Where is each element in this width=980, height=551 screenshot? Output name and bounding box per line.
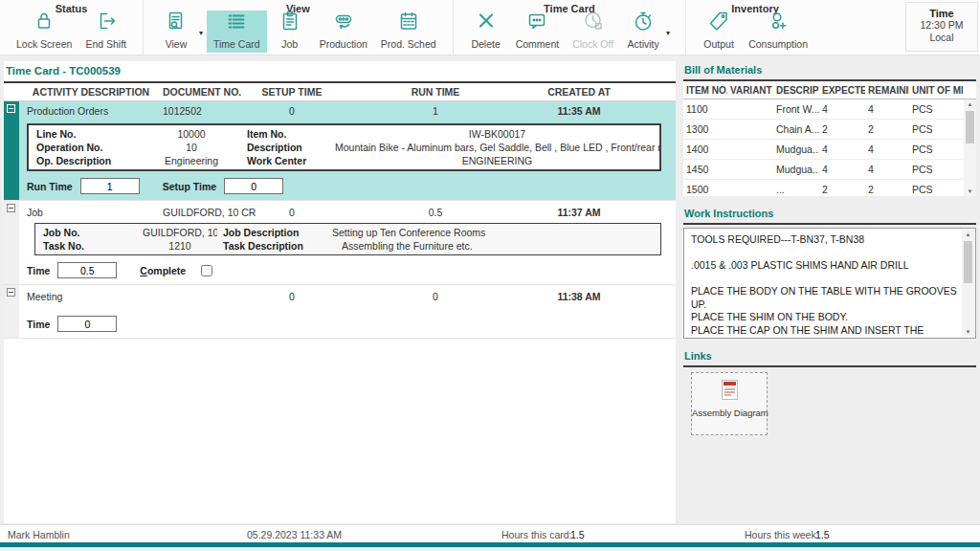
time-card-button[interactable]: Time Card	[207, 11, 267, 53]
work-center-value: ENGINEERING	[335, 154, 659, 167]
ribbon-item-label: Lock Screen	[16, 38, 72, 50]
time-title: Time	[906, 8, 977, 19]
table-row-production-orders[interactable]: Production Orders 1012502 0 1 11:35 AM L…	[4, 101, 676, 201]
bom-row[interactable]: 1500 ... 2 2 PCS	[683, 180, 976, 196]
column-header-setup[interactable]: SETUP TIME	[249, 86, 335, 98]
prod-sched-button[interactable]: Prod. Sched	[374, 11, 443, 53]
time-input[interactable]	[57, 316, 117, 332]
bom-row[interactable]: 1300 Chain A... 2 2 PCS	[683, 120, 976, 140]
run-time-input[interactable]	[80, 178, 140, 194]
production-button[interactable]: Production	[313, 11, 374, 53]
scroll-up-icon[interactable]: ▲	[966, 230, 971, 239]
created-at-cell: 11:38 AM	[536, 291, 622, 302]
collapse-icon[interactable]	[7, 288, 15, 297]
bom-col-uom[interactable]: UNIT OF MEASURE	[909, 85, 963, 96]
ribbon-item-label: Prod. Sched	[381, 38, 436, 50]
task-no-label: Task No.	[35, 239, 143, 253]
hours-week-value: 1.5	[815, 529, 830, 540]
ribbon: Status Lock Screen End Shift View ▾ View…	[0, 0, 980, 55]
job-button[interactable]: Job	[267, 11, 313, 53]
consumption-button[interactable]: Consumption	[742, 11, 814, 53]
work-instructions-scrollbar[interactable]: ▲ ▼	[962, 230, 974, 337]
bom-scrollbar[interactable]: ▲ ▼	[964, 99, 976, 196]
scrollbar-thumb[interactable]	[966, 111, 974, 143]
time-zone: Local	[906, 32, 977, 44]
delete-button[interactable]: Delete	[463, 11, 509, 53]
scroll-down-icon[interactable]: ▼	[968, 187, 973, 196]
time-input[interactable]	[57, 262, 117, 278]
comment-bubble-icon	[525, 10, 548, 36]
created-at-cell: 11:37 AM	[536, 207, 622, 218]
bom-row[interactable]: 1450 Mudgua... 4 4 PCS	[683, 160, 976, 180]
consumption-icon	[767, 10, 790, 36]
job-detail-card: Job No. GUILDFORD, 10 CR Job Description…	[34, 223, 661, 255]
lock-icon	[33, 10, 56, 36]
calendar-icon	[397, 10, 420, 36]
work-instructions-box[interactable]: TOOLS REQUIRED---T-BN37, T-BN38 .0015 & …	[683, 228, 976, 339]
run-time-cell: 0.5	[335, 207, 536, 218]
task-description-label: Task Description	[217, 239, 323, 253]
column-header-run[interactable]: RUN TIME	[335, 86, 536, 98]
end-shift-button[interactable]: End Shift	[78, 11, 133, 53]
work-instructions-text: TOOLS REQUIRED---T-BN37, T-BN38 .0015 & …	[691, 233, 958, 339]
ribbon-item-label: Time Card	[213, 38, 260, 50]
setup-time-cell: 0	[249, 207, 335, 218]
complete-checkbox[interactable]	[201, 265, 212, 276]
collapse-icon[interactable]	[7, 104, 15, 113]
scroll-up-icon[interactable]: ▲	[968, 99, 973, 109]
output-button[interactable]: Output	[696, 11, 742, 53]
chevron-down-icon: ▾	[666, 29, 670, 37]
bom-row[interactable]: 1400 Mudgua... 4 4 PCS	[683, 140, 976, 160]
bom-title: Bill of Materials	[683, 61, 976, 79]
bom-col-description[interactable]: DESCRIPTION	[773, 85, 819, 96]
op-description-value: Engineering	[153, 154, 230, 167]
view-button[interactable]: ▾ View	[153, 11, 199, 53]
time-card-title: Time Card - TC000539	[4, 61, 676, 81]
operation-no-value: 10	[153, 141, 230, 154]
table-row-meeting[interactable]: Meeting 0 0 11:38 AM Time	[4, 285, 676, 339]
activity-button[interactable]: ▾ Activity	[620, 11, 666, 53]
time-display: Time 12:30 PM Local	[905, 2, 978, 52]
column-header-activity[interactable]: ACTIVITY DESCRIPTION	[19, 86, 163, 98]
delete-x-icon	[475, 10, 498, 36]
ribbon-item-label: Production	[320, 38, 368, 50]
ribbon-item-label: End Shift	[85, 38, 126, 50]
task-description-value: Assembling the Furniture etc.	[323, 239, 660, 253]
stopwatch-icon	[632, 10, 655, 36]
column-header-document[interactable]: DOCUMENT NO.	[163, 86, 249, 98]
collapse-icon[interactable]	[7, 204, 15, 212]
links-divider	[683, 365, 976, 367]
lock-screen-button[interactable]: Lock Screen	[10, 11, 78, 53]
hours-card-label: Hours this card:	[501, 529, 572, 540]
pdf-document-icon	[722, 380, 738, 400]
bom-col-item[interactable]: ITEM NO.	[683, 85, 727, 96]
hours-week-label: Hours this week:	[745, 529, 819, 540]
activity-cell: Production Orders	[19, 105, 163, 117]
column-header-created[interactable]: CREATED AT	[536, 86, 622, 98]
table-row-job[interactable]: Job GUILDFORD, 10 CR 0 0.5 11:37 AM Job …	[4, 201, 676, 285]
job-no-value: GUILDFORD, 10 CR	[143, 226, 217, 239]
production-order-detail-card: Line No. 10000 Item No. IW-BK00017 Opera…	[27, 123, 661, 171]
scrollbar-thumb[interactable]	[964, 241, 972, 283]
comment-button[interactable]: Comment	[509, 11, 567, 53]
bom-col-expected[interactable]: EXPECTED	[819, 85, 865, 96]
complete-label: Complete	[140, 265, 186, 276]
job-description-value: Setting up Ten Conference Rooms	[323, 226, 660, 239]
bom-col-remaining[interactable]: REMAINING	[865, 85, 909, 96]
setup-time-input[interactable]	[224, 178, 283, 194]
hours-card-value: 1.5	[570, 529, 585, 540]
bom-row[interactable]: 1100 Front W... 4 4 PCS	[683, 99, 976, 120]
bom-col-variant[interactable]: VARIANT	[727, 85, 773, 96]
ribbon-item-label: Consumption	[748, 38, 808, 50]
ribbon-group-timecard: Time Card Delete Comment Clock Off ▾ Act…	[454, 0, 687, 55]
scroll-down-icon[interactable]: ▼	[966, 327, 971, 337]
time-card-panel: Time Card - TC000539 ACTIVITY DESCRIPTIO…	[4, 61, 676, 523]
item-no-label: Item No.	[230, 127, 335, 141]
assembly-diagram-link[interactable]: Assembly Diagram	[691, 372, 768, 435]
task-no-value: 1210	[143, 239, 217, 253]
item-no-value: IW-BK00017	[335, 127, 659, 141]
bottom-accent-bar	[0, 542, 980, 547]
job-description-label: Job Description	[217, 226, 323, 239]
ribbon-item-label: Job	[281, 38, 298, 50]
ribbon-group-status: Status Lock Screen End Shift	[0, 0, 144, 55]
